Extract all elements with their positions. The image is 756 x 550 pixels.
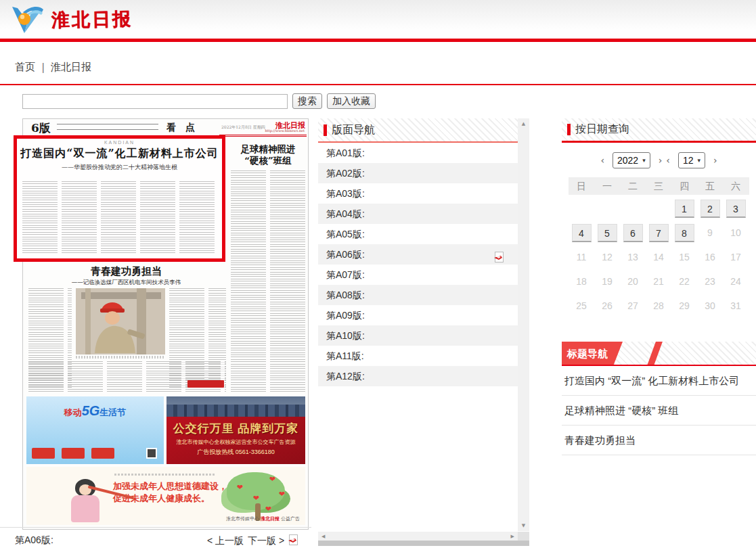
vertical-scrollbar[interactable]: ▲ ▼	[518, 118, 529, 531]
year-select[interactable]: 2022 ▾	[613, 152, 650, 168]
footer-divider	[0, 527, 311, 528]
heart-icon: ❤	[269, 475, 275, 484]
ad-blue-blocks	[32, 448, 114, 459]
calendar-day: 30	[697, 294, 723, 318]
calendar-day[interactable]: 2	[697, 196, 723, 221]
page-nav-item[interactable]: 第A03版:	[318, 183, 518, 204]
add-favorite-button[interactable]: 加入收藏	[327, 93, 376, 109]
right-article-body-texture	[231, 170, 305, 394]
ad-red-skyline	[166, 396, 305, 417]
weekday-label: 二	[620, 177, 646, 195]
title-nav-item[interactable]: 打造国内 “双一流” 化工新材料上市公司	[562, 366, 756, 396]
search-input[interactable]	[22, 94, 288, 109]
calendar-day: 24	[723, 269, 749, 294]
weekday-label: 四	[671, 177, 697, 195]
page-nav-item[interactable]: 第A02版:	[318, 163, 518, 183]
page-nav-item-label: 第A06版:	[326, 249, 365, 260]
calendar-day[interactable]: 5	[594, 221, 620, 245]
page-nav-item-label: 第A12版:	[326, 371, 365, 382]
prev-page-link[interactable]: < 上一版	[207, 535, 244, 547]
page-nav-item[interactable]: 第A10版:	[318, 325, 518, 346]
calendar-day[interactable]: 6	[620, 221, 646, 245]
calendar-day[interactable]: 7	[646, 221, 671, 245]
calendar-day: 9	[697, 221, 723, 245]
calendar-day: 28	[646, 294, 671, 318]
next-month-arrow[interactable]: ›	[709, 155, 721, 166]
calendar-day: 29	[671, 294, 697, 318]
calendar-day: 14	[646, 245, 671, 269]
title-nav-item[interactable]: 足球精神照进 “硬核” 班组	[562, 396, 756, 426]
calendar-day[interactable]: 8	[671, 221, 697, 245]
page-nav-item[interactable]: 第A09版:	[318, 305, 518, 325]
page-nav-item-label: 第A11版:	[326, 350, 364, 361]
page-nav-item[interactable]: 第A05版:	[318, 224, 518, 244]
middle-article-title: 青春建功勇担当	[26, 265, 226, 278]
calendar-day[interactable]: 4	[569, 221, 594, 245]
heart-icon: ❤	[279, 490, 285, 499]
calendar-empty-cell	[646, 196, 671, 221]
page-nav-item[interactable]: 第A04版:	[318, 204, 518, 224]
ad-blue-t1: 移动	[64, 407, 82, 417]
title-nav-item[interactable]: 青春建功勇担当	[562, 426, 756, 455]
highlighted-article[interactable]: KANDIAN 打造国内“双一流”化工新材料上市公司 ——华塑股份推动党的二十大…	[14, 135, 225, 262]
calendar-day: 20	[620, 269, 646, 294]
calendar-day: 11	[569, 245, 594, 269]
scroll-left-icon[interactable]: ◀	[321, 534, 325, 539]
calendar-day[interactable]: 1	[671, 196, 697, 221]
prev-month-arrow[interactable]: ‹	[666, 155, 674, 166]
red-stamp	[187, 380, 224, 388]
prev-year-arrow[interactable]: ‹	[596, 155, 608, 166]
scroll-right-icon[interactable]: ▶	[511, 534, 514, 539]
footer-bar: 第A06版: < 上一版 下一版 >	[0, 533, 311, 549]
preview-date: 2022年12月8日 星期四	[221, 124, 265, 131]
weekday-label: 三	[646, 177, 671, 195]
main-article-subtitle: ——华塑股份推动党的二十大精神落地生根	[17, 163, 222, 172]
year-value: 2022	[617, 155, 638, 166]
weekday-label: 五	[697, 177, 723, 195]
pdf-icon[interactable]	[494, 252, 504, 262]
page-nav-item[interactable]: 第A06版:	[318, 244, 518, 265]
chevron-down-icon: ▾	[642, 157, 646, 164]
psa-slogan-texture	[114, 474, 216, 476]
ad-red-line1: 淮北市传媒中心全权独家运营全市公交车广告资源	[166, 438, 305, 446]
page-nav-item[interactable]: 第A07版:	[318, 265, 518, 285]
scroll-up-icon[interactable]: ▲	[522, 121, 525, 127]
page-nav-item-label: 第A10版:	[326, 330, 365, 341]
right-article-title-line2: “硬核”班组	[231, 155, 305, 166]
calendar-day: 27	[620, 294, 646, 318]
page-nav-item[interactable]: 第A12版:	[318, 366, 518, 386]
next-year-arrow[interactable]: ›	[654, 155, 663, 166]
horizontal-scrollbar-thumb[interactable]	[318, 541, 529, 546]
breadcrumb-home-link[interactable]: 首页	[15, 61, 35, 72]
title-nav-list: 打造国内 “双一流” 化工新材料上市公司足球精神照进 “硬核” 班组青春建功勇担…	[562, 366, 756, 455]
site-header: 淮北日报	[0, 0, 756, 39]
calendar-day[interactable]: 3	[723, 196, 749, 221]
main-article-body-texture	[22, 181, 217, 254]
calendar-day: 16	[697, 245, 723, 269]
ad-mobile-5g: 移动5G生活节	[26, 396, 164, 464]
calendar-empty-cell	[620, 196, 646, 221]
weekday-label: 六	[723, 177, 749, 195]
calendar-day: 31	[723, 294, 749, 318]
red-marker	[324, 124, 327, 136]
newspaper-page-preview[interactable]: 6版 看点 2022年12月8日 星期四 淮北日报 http://www.hbn…	[22, 118, 309, 530]
page-nav-item[interactable]: 第A08版:	[318, 285, 518, 305]
page-nav-item[interactable]: 第A01版:	[318, 143, 518, 163]
breadcrumb-current-link[interactable]: 淮北日报	[51, 61, 91, 72]
horizontal-scrollbar[interactable]: ◀ ▶	[318, 532, 518, 541]
ad-bus-brand: 公交行万里 品牌到万家 淮北市传媒中心全权独家运营全市公交车广告资源 广告投放热…	[166, 396, 305, 464]
next-page-link[interactable]: 下一版 >	[248, 535, 284, 547]
middle-article-body-texture-3	[28, 361, 226, 394]
page-nav-item[interactable]: 第A11版:	[318, 346, 518, 366]
pdf-icon[interactable]	[288, 534, 298, 545]
calendar-nav: ‹ 2022 ▾ › ‹ 12 ▾ ›	[562, 152, 756, 168]
search-button[interactable]: 搜索	[292, 93, 322, 109]
masthead-red-rule	[219, 135, 307, 137]
calendar-empty-cell	[569, 196, 594, 221]
page-nav-panel: 版面导航 第A01版:第A02版:第A03版:第A04版:第A05版:第A06版…	[318, 118, 518, 531]
scroll-down-icon[interactable]: ▼	[522, 523, 525, 528]
site-logo[interactable]: 淮北日报	[8, 4, 133, 35]
preview-paper-url: http://www.hbnews.net	[265, 129, 305, 133]
date-query-title: 按日期查询	[575, 122, 629, 137]
month-select[interactable]: 12 ▾	[678, 152, 705, 168]
